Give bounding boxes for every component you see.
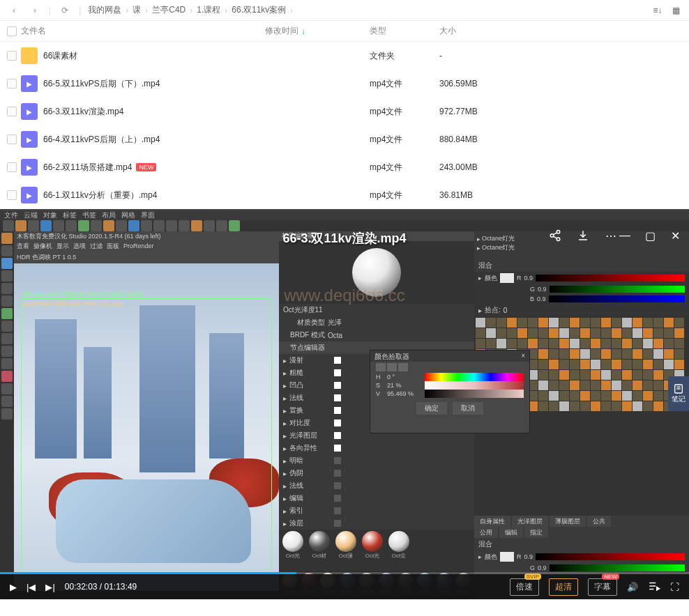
share-icon[interactable] [547,227,563,244]
notes-button[interactable]: 笔记 [668,376,689,411]
next-button[interactable]: ▶| [45,582,54,592]
vp-info: off:-365,-643 位置[191,76] 大小[1187,1324] [22,290,142,299]
video-title: 66-3.双11kv渲染.mp4 [282,230,406,247]
svg-line-4 [553,236,556,238]
video-icon: ▶ [21,103,38,120]
back-button[interactable]: ‹ [7,3,21,17]
table-header: 文件名 修改时间↓ 类型 大小 [0,21,689,42]
video-icon: ▶ [21,75,38,92]
row-checkbox[interactable] [7,162,17,172]
file-row[interactable]: ▶ 66-2.双11场景搭建.mp4NEW mp4文件 243.00MB [0,153,689,181]
folder-icon [21,47,38,64]
volume-icon[interactable]: 🔊 [627,582,638,592]
file-type: mp4文件 [370,78,439,90]
breadcrumb: 我的网盘› 课› 兰亭C4D› 1.课程› 66.双11kv案例› [88,4,293,16]
select-all-checkbox[interactable] [7,26,17,36]
player-controls: ▶ |◀ ▶| 00:32:03 / 01:13:49 倍速SVIP 超清 字幕… [0,574,689,599]
file-type: mp4文件 [370,190,439,201]
download-icon[interactable] [575,227,591,244]
file-size: - [439,51,544,61]
bc-item[interactable]: 66.双11kv案例 [232,4,286,16]
file-row[interactable]: 66课素材 文件夹 - [0,42,689,70]
cancel-button[interactable]: 取消 [453,402,483,415]
file-name: 66-5.双11kvPS后期（下）.mp4 [43,78,160,90]
svg-marker-11 [657,587,660,590]
play-button[interactable]: ▶ [10,582,17,592]
file-type: 文件夹 [370,50,439,62]
row-checkbox[interactable] [7,51,17,61]
file-size: 972.77MB [439,107,544,116]
video-icon: ▶ [21,159,38,176]
sort-icon[interactable]: ≡↓ [651,4,664,17]
svg-point-1 [550,234,554,238]
file-type: mp4文件 [370,162,439,174]
svg-point-2 [556,238,560,241]
col-type[interactable]: 类型 [370,25,439,37]
time-display: 00:32:03 / 01:13:49 [65,582,137,592]
bc-item[interactable]: 课 [132,4,141,16]
file-name: 66-4.双11kvPS后期（上）.mp4 [43,134,160,146]
row-checkbox[interactable] [7,107,17,116]
svg-point-0 [556,231,560,234]
file-size: 880.84MB [439,134,544,144]
file-row[interactable]: ▶ 66-5.双11kvPS后期（下）.mp4 mp4文件 306.59MB [0,70,689,98]
file-row[interactable]: ▶ 66-3.双11kv渲染.mp4 mp4文件 972.77MB [0,98,689,125]
close-icon[interactable]: ✕ [667,227,683,244]
sort-arrow-icon: ↓ [301,26,305,36]
speed-button[interactable]: 倍速SVIP [510,578,539,596]
file-row[interactable]: ▶ 66-1.双11kv分析（重要）.mp4 mp4文件 36.81MB [0,181,689,209]
file-name: 66-1.双11kv分析（重要）.mp4 [43,190,157,201]
file-size: 36.81MB [439,190,544,200]
col-size[interactable]: 大小 [439,25,544,37]
col-name[interactable]: 文件名 [21,25,265,37]
bc-item[interactable]: 1.课程 [197,4,220,16]
close-icon[interactable]: × [521,352,525,360]
fullscreen-icon[interactable]: ⛶ [670,582,679,592]
viewport: 木客数育免费汉化 Studio 2020.1.5-R4 (61 days lef… [14,231,279,599]
file-type: mp4文件 [370,106,439,118]
playlist-icon[interactable] [648,580,660,594]
bc-item[interactable]: 兰亭C4D [152,4,186,16]
quality-button[interactable]: 超清 [549,578,578,596]
watermark: www.deqi666.cc [284,286,404,305]
row-checkbox[interactable] [7,134,17,144]
ok-button[interactable]: 确定 [416,402,447,415]
svg-line-3 [553,233,556,235]
row-checkbox[interactable] [7,79,17,88]
forward-button[interactable]: › [28,3,42,17]
prev-button[interactable]: |◀ [26,582,36,592]
c4d-menu: 文件云端对象标签书签布局网格界面 [0,210,689,220]
file-name: 66-3.双11kv渲染.mp4 [43,106,123,118]
file-size: 306.59MB [439,79,544,88]
video-icon: ▶ [21,187,38,203]
col-date[interactable]: 修改时间↓ [265,25,370,37]
maximize-icon[interactable]: ▢ [642,227,658,244]
file-name: 66-2.双11场景搭建.mp4 [43,162,132,174]
row-checkbox[interactable] [7,190,17,200]
video-player: 文件云端对象标签书签布局网格界面 木客数育免费汉化 Studio 2020.1.… [0,209,689,599]
toolbar: ‹ › | ⟳ | 我的网盘› 课› 兰亭C4D› 1.课程› 66.双11kv… [0,0,689,21]
file-row[interactable]: ▶ 66-4.双11kvPS后期（上）.mp4 mp4文件 880.84MB [0,125,689,153]
grid-view-icon[interactable]: ▦ [669,4,682,17]
minimize-icon[interactable]: — [616,227,633,244]
file-size: 243.00MB [439,162,544,172]
left-toolbar [0,231,14,599]
bc-item[interactable]: 我的网盘 [88,4,121,16]
file-type: mp4文件 [370,134,439,146]
subtitle-button[interactable]: 字幕NEW [588,578,617,596]
refresh-button[interactable]: ⟳ [58,3,72,17]
color-picker-dialog: 颜色拾取器× H0 ° S21 % V95.469 % 确定 取消 [370,350,530,433]
file-name: 66课素材 [43,50,77,62]
video-icon: ▶ [21,131,38,148]
c4d-screenshot: 文件云端对象标签书签布局网格界面 木客数育免费汉化 Studio 2020.1.… [0,209,689,599]
